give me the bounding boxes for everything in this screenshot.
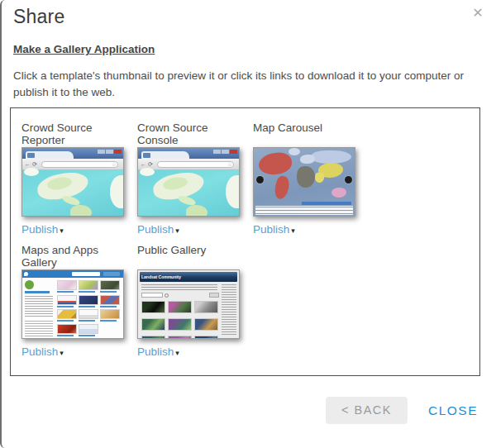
close-button[interactable]: CLOSE: [428, 403, 478, 418]
gallery-tile: [100, 295, 120, 305]
maximize-control: [106, 150, 113, 154]
landsat-intro-text: [141, 284, 217, 290]
back-arrow-icon: ←: [25, 161, 31, 167]
gallery-tile: [79, 295, 98, 305]
map-landmass: [24, 168, 39, 176]
landsat-sort-control: [209, 293, 219, 298]
map-attribution-bar: [302, 202, 351, 205]
map-landmass: [273, 175, 290, 201]
world-map-preview: [254, 148, 355, 216]
dialog-title: Share: [13, 6, 64, 28]
landsat-tile: [194, 336, 218, 339]
star-icon: ☆: [112, 161, 117, 168]
share-dialog: Share ✕ Make a Gallery Application Click…: [0, 0, 496, 448]
landsat-tile: [168, 318, 192, 331]
gallery-tile-link: [57, 291, 74, 293]
publish-label: Publish: [21, 346, 58, 358]
map-landmass: [297, 166, 315, 188]
map-landmass: [186, 205, 207, 217]
minimize-control: [213, 150, 221, 154]
make-gallery-application-link[interactable]: Make a Gallery Application: [13, 43, 155, 55]
publish-dropdown-arrow-icon: ▾: [175, 349, 179, 357]
star-icon: ☆: [227, 161, 232, 168]
close-control: [114, 150, 122, 154]
publish-label: Publish: [253, 223, 289, 236]
close-control: [230, 150, 237, 154]
carousel-caption-strip: [255, 206, 353, 215]
publish-link[interactable]: Publish ▾: [253, 223, 357, 236]
gallery-sidebar-title: [25, 291, 50, 293]
template-item-crowd-source-reporter: Crowd Source Reporter ← ⟳ ☆: [21, 122, 126, 236]
gallery-tile-link: [79, 306, 95, 307]
dialog-description: Click a template's thumbnail to preview …: [13, 68, 488, 100]
gallery-search-box: [72, 272, 100, 276]
landsat-tiles-grid: [141, 301, 221, 338]
publish-link[interactable]: Publish ▾: [21, 223, 126, 236]
address-bar: ☆: [157, 161, 234, 168]
publish-label: Publish: [137, 223, 174, 236]
map-preview: [22, 170, 123, 216]
carousel-prev-button: [256, 176, 264, 183]
map-landmass: [110, 175, 124, 208]
landsat-page-preview: Landsat Community: [138, 270, 239, 338]
gallery-tile-link: [57, 335, 74, 336]
publish-dropdown-arrow-icon: ▾: [175, 226, 179, 235]
browser-tab-icon: [143, 153, 150, 158]
publish-link[interactable]: Publish ▾: [21, 346, 126, 358]
gallery-sidebar-text: [25, 296, 53, 317]
template-thumbnail[interactable]: [21, 269, 124, 339]
publish-link[interactable]: Publish ▾: [137, 346, 241, 358]
gallery-tile-link: [100, 320, 117, 322]
browser-tab: [26, 151, 74, 159]
publish-dropdown-arrow-icon: ▾: [60, 349, 64, 357]
close-icon[interactable]: ✕: [470, 5, 486, 21]
map-landmass: [70, 205, 92, 217]
gallery-tile-link: [100, 291, 117, 293]
browser-tab-icon: [27, 153, 35, 158]
templates-panel: Crowd Source Reporter ← ⟳ ☆: [10, 107, 480, 376]
template-thumbnail[interactable]: [253, 147, 355, 217]
browser-toolbar: ← ⟳ ☆: [138, 159, 239, 170]
template-thumbnail[interactable]: Landsat Community: [137, 269, 240, 339]
landsat-search-box: [141, 293, 163, 298]
back-button[interactable]: < BACK: [326, 397, 408, 424]
maximize-control: [222, 150, 229, 154]
template-name: Crowd Source Reporter: [21, 122, 126, 147]
landsat-banner: Landsat Community: [140, 272, 237, 282]
gallery-tile-link: [57, 306, 74, 307]
landsat-tile: [168, 336, 192, 339]
gallery-tile: [100, 309, 120, 319]
gallery-tile-link: [79, 335, 95, 336]
gallery-tiles-grid: [57, 280, 122, 338]
gallery-page-preview: [22, 270, 123, 338]
gallery-tile: [100, 280, 120, 290]
window-controls: [212, 150, 237, 154]
gallery-tile: [79, 309, 98, 319]
back-arrow-icon: ←: [141, 161, 146, 167]
template-item-map-carousel: Map Carousel: [253, 122, 357, 236]
reload-icon: ⟳: [32, 161, 37, 167]
template-thumbnail[interactable]: ← ⟳ ☆: [137, 147, 240, 217]
map-landmass: [331, 188, 346, 198]
gallery-tile: [57, 295, 77, 305]
template-thumbnail[interactable]: ← ⟳ ☆: [21, 147, 124, 217]
reload-icon: ⟳: [148, 161, 153, 167]
gallery-sidebar-text: [25, 321, 53, 339]
publish-label: Publish: [137, 346, 174, 358]
gallery-signin-button: [103, 272, 120, 276]
carousel-next-button: [345, 176, 352, 183]
template-name: Crown Source Console: [137, 122, 241, 147]
publish-dropdown-arrow-icon: ▾: [291, 226, 295, 235]
template-item-crown-source-console: Crown Source Console ← ⟳ ☆: [137, 122, 241, 236]
publish-dropdown-arrow-icon: ▾: [60, 226, 64, 235]
publish-link[interactable]: Publish ▾: [137, 223, 241, 236]
magnifier-icon: [165, 293, 169, 298]
pin-icon: [24, 272, 28, 276]
gallery-tile: [57, 324, 77, 334]
landsat-tile: [141, 301, 165, 313]
map-landmass: [312, 150, 351, 164]
gallery-logo: [25, 280, 34, 289]
gallery-tile: [57, 280, 77, 290]
map-landmass: [300, 155, 315, 164]
gallery-tile: [57, 309, 77, 319]
